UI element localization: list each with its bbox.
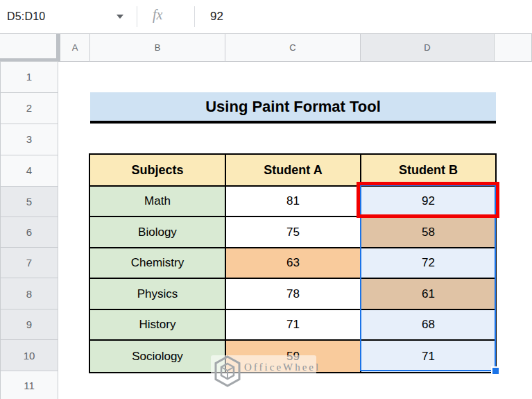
cell-b6-biology[interactable]: Biology xyxy=(90,217,226,248)
row-header-7[interactable]: 7 xyxy=(0,248,58,278)
cell-c9[interactable]: 71 xyxy=(226,310,361,341)
cell-b7-chemistry[interactable]: Chemistry xyxy=(90,248,226,279)
cell-c7[interactable]: 63 xyxy=(226,248,361,279)
row-header-10[interactable]: 10 xyxy=(0,340,58,371)
row-header-5[interactable]: 5 xyxy=(0,187,58,217)
row-header-2[interactable]: 2 xyxy=(0,93,58,124)
cell-d8[interactable]: 61 xyxy=(361,279,495,310)
data-table: Subjects Student A Student B Math 81 92 … xyxy=(89,153,497,373)
function-icon: fx xyxy=(153,7,162,23)
row-header-8[interactable]: 8 xyxy=(0,278,58,309)
row-header-column: 1 2 3 4 5 6 7 8 9 10 11 xyxy=(0,61,58,399)
column-header-a[interactable]: A xyxy=(60,34,90,62)
cell-c6[interactable]: 75 xyxy=(226,217,361,248)
row-header-11[interactable]: 11 xyxy=(0,371,58,399)
formula-input[interactable]: 92 xyxy=(210,0,223,33)
row-header-4[interactable]: 4 xyxy=(0,155,58,187)
row-header-9[interactable]: 9 xyxy=(0,309,58,340)
cell-d7[interactable]: 72 xyxy=(361,248,495,279)
select-all-corner[interactable] xyxy=(0,34,60,62)
cell-c8[interactable]: 78 xyxy=(226,279,361,310)
row-header-3[interactable]: 3 xyxy=(0,124,58,155)
formula-bar: D5:D10 fx 92 xyxy=(0,0,532,33)
cell-c5[interactable]: 81 xyxy=(226,187,361,217)
column-header-row: A B C D xyxy=(0,33,532,61)
divider xyxy=(194,6,195,27)
sheet-title-cell[interactable]: Using Paint Format Tool xyxy=(90,92,496,124)
column-header-b[interactable]: B xyxy=(90,34,225,62)
cell-b8-physics[interactable]: Physics xyxy=(90,279,226,310)
row-header-6[interactable]: 6 xyxy=(0,217,58,248)
column-header-e[interactable] xyxy=(495,34,532,62)
name-box[interactable]: D5:D10 xyxy=(7,0,45,33)
row-header-1[interactable]: 1 xyxy=(0,62,58,93)
cell-b10-sociology[interactable]: Sociology xyxy=(90,341,226,372)
column-header-d[interactable]: D xyxy=(361,34,495,62)
divider xyxy=(137,6,137,27)
chevron-down-icon[interactable] xyxy=(117,15,123,19)
cell-d5-active[interactable]: 92 xyxy=(361,187,495,217)
header-cell-subjects[interactable]: Subjects xyxy=(90,155,226,187)
cell-b5-math[interactable]: Math xyxy=(90,187,226,217)
cell-d10[interactable]: 71 xyxy=(361,341,495,372)
column-header-c[interactable]: C xyxy=(225,34,361,62)
header-cell-student-a[interactable]: Student A xyxy=(226,155,361,187)
cell-b9-history[interactable]: History xyxy=(90,310,226,341)
cell-d9[interactable]: 68 xyxy=(361,310,495,341)
cell-c10[interactable]: 59 xyxy=(226,341,361,372)
cell-d6[interactable]: 58 xyxy=(361,217,495,248)
fill-handle[interactable] xyxy=(491,366,500,375)
header-cell-student-b[interactable]: Student B xyxy=(361,155,495,187)
